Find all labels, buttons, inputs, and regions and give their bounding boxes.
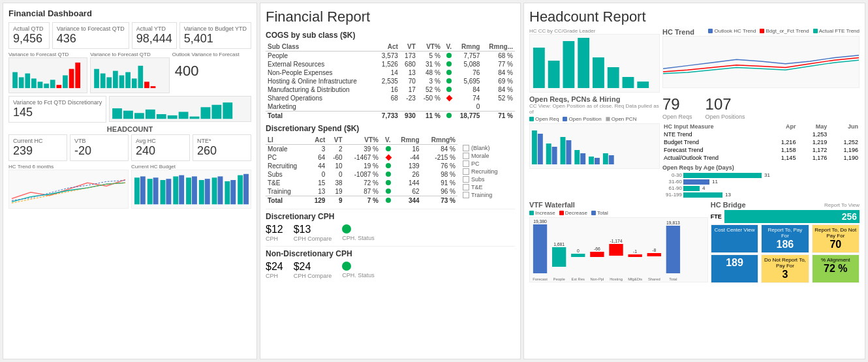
svg-rect-54 xyxy=(593,57,604,88)
checkbox-item[interactable]: Morale xyxy=(463,153,515,159)
cogs-total-vt: 930 xyxy=(400,112,418,121)
svg-rect-59 xyxy=(538,134,543,164)
disc-total-name: Total xyxy=(266,196,308,205)
vtf-legend: Increase Decrease Total xyxy=(529,210,708,216)
svg-rect-1 xyxy=(19,77,24,88)
svg-rect-63 xyxy=(566,140,571,164)
checkbox-item[interactable]: PC xyxy=(463,160,515,167)
vtf-svg: 19,380 1,681 0 -66 -1,174 -1 xyxy=(530,218,707,282)
disc-title: Discretionary Spend ($K) xyxy=(266,124,515,133)
cogs-row: Marketing 0 xyxy=(266,102,515,112)
kpi-actual-ytd: Actual YTD 98,444 xyxy=(132,22,177,49)
cogs-row: Shared Operations 68 -23 -50 % 74 52 % xyxy=(266,94,515,102)
cogs-col-v: V. xyxy=(442,42,454,52)
svg-rect-17 xyxy=(132,78,137,88)
checkbox-item[interactable]: Training xyxy=(463,192,515,198)
hc-sparkline-svg xyxy=(9,170,128,208)
disc-row: T&E 15 38 72 % 144 91 % xyxy=(266,179,457,187)
svg-rect-82 xyxy=(647,253,661,256)
svg-rect-50 xyxy=(533,48,545,88)
disc-cph-section: Discretionary CPH $12 CPH $13 CPH Compar… xyxy=(266,209,515,242)
svg-rect-46 xyxy=(225,181,230,204)
hc-nte: NTE* 260 xyxy=(193,134,251,161)
hc-budget-bars: Current HC Budget xyxy=(131,164,251,209)
svg-text:-8: -8 xyxy=(652,248,656,252)
svg-rect-2 xyxy=(25,74,30,89)
disc-col-li: LI xyxy=(266,136,308,145)
svg-rect-23 xyxy=(134,113,144,119)
age-row-3160: 31-60 11 xyxy=(662,179,860,185)
svg-rect-61 xyxy=(552,147,557,164)
cogs-total-row: Total 7,733 930 11 % 18,775 71 % xyxy=(266,112,515,121)
checkbox-item[interactable]: Subs xyxy=(463,176,515,183)
svg-rect-35 xyxy=(153,177,159,204)
open-reqs-count: 79 Open Reqs xyxy=(662,95,692,120)
disc-cph-row: $12 CPH $13 CPH Compare CPH. Status xyxy=(266,224,515,242)
svg-text:-1,174: -1,174 xyxy=(610,239,622,243)
svg-rect-30 xyxy=(212,105,222,119)
disc-row: Recruiting 44 10 19 % 139 76 % xyxy=(266,162,457,170)
svg-rect-65 xyxy=(580,153,585,164)
cogs-total-v xyxy=(442,112,454,121)
var-chart-mid-bars xyxy=(90,57,169,93)
open-reqs-kpis: 79 Open Reqs 107 Open Positions xyxy=(662,95,860,120)
cogs-col-vtpct: VT% xyxy=(418,42,442,52)
disc-total-rmngpct: 73 % xyxy=(422,196,457,205)
cogs-total-act: 7,733 xyxy=(376,112,400,121)
svg-rect-9 xyxy=(69,69,74,88)
svg-rect-18 xyxy=(138,66,144,88)
financial-report-title: Financial Report xyxy=(266,8,515,25)
cogs-row: People 3,573 173 5 % 7,757 68 % xyxy=(266,52,515,61)
svg-rect-8 xyxy=(63,76,68,89)
svg-text:Forecast: Forecast xyxy=(533,277,548,281)
svg-rect-84 xyxy=(666,226,680,273)
hc-current: Current HC 239 xyxy=(8,134,67,161)
svg-rect-10 xyxy=(75,63,80,88)
svg-rect-7 xyxy=(56,85,61,88)
bridge-grid-2: 189 Do Not Report To, Pay For 3 % Alignm… xyxy=(711,254,860,283)
bridge-cell-do-not-report: Do Not Report To, Pay For 3 xyxy=(761,254,809,283)
non-disc-cph-status: CPH. Status xyxy=(342,262,375,279)
right-top-section: HC CC by CC/Grade Leader HC Trend xyxy=(529,28,860,93)
svg-rect-6 xyxy=(50,80,55,88)
svg-rect-12 xyxy=(101,74,106,89)
non-disc-cph-title: Non-Discretionary CPH xyxy=(266,249,515,258)
checkbox-item[interactable]: T&E xyxy=(463,184,515,190)
hc-budget-svg xyxy=(133,172,249,207)
disc-checkboxes: (Blank)MoralePCRecruitingSubsT&ETraining xyxy=(463,145,515,198)
cogs-row: External Resources 1,526 680 31 % 5,088 … xyxy=(266,60,515,68)
checkbox-item[interactable]: (Blank) xyxy=(463,145,515,151)
cogs-col-rmng: Rmng xyxy=(454,42,482,52)
disc-total-v xyxy=(380,196,393,205)
variance-disc-row: Variance to Fct QTD Discretionary 145 xyxy=(8,96,251,123)
svg-rect-4 xyxy=(38,82,43,88)
svg-text:Hosting: Hosting xyxy=(610,277,623,281)
disc-row: PC 64 -60 -1467 % -44 -215 % xyxy=(266,153,457,162)
var-chart-mid: Variance to Forecast QTD xyxy=(90,52,169,93)
left-panel: Financial Dashboard Actual QTD 9,456 Var… xyxy=(3,3,257,359)
svg-rect-69 xyxy=(609,155,614,164)
var-chart-left-bars xyxy=(8,57,87,93)
non-disc-cph-compare-val: $24 CPH Compare xyxy=(294,261,332,279)
svg-rect-41 xyxy=(192,176,197,204)
svg-rect-51 xyxy=(548,61,560,88)
hc-vtb: VTB -20 xyxy=(70,134,129,161)
svg-rect-5 xyxy=(44,83,49,88)
svg-rect-40 xyxy=(186,177,191,204)
open-reqs-svg xyxy=(530,124,659,168)
svg-rect-11 xyxy=(95,69,100,88)
cogs-total-name: Total xyxy=(266,112,376,121)
svg-rect-57 xyxy=(637,82,649,88)
open-positions-count: 107 Open Positions xyxy=(705,95,745,120)
non-disc-cph-val: $24 CPH xyxy=(266,261,283,279)
svg-rect-39 xyxy=(179,175,184,205)
svg-rect-38 xyxy=(173,176,178,204)
svg-text:People: People xyxy=(553,277,566,281)
nte-row: Budget Trend 1,216 1,219 1,252 xyxy=(662,138,860,146)
svg-rect-16 xyxy=(126,72,131,89)
svg-rect-48 xyxy=(238,175,243,205)
svg-rect-26 xyxy=(168,115,178,119)
checkbox-item[interactable]: Recruiting xyxy=(463,168,515,175)
hc-trend-right: HC Trend Outlook HC Trend Bdgt_or_Fct Tr… xyxy=(662,28,860,93)
var-chart-small xyxy=(109,96,251,123)
